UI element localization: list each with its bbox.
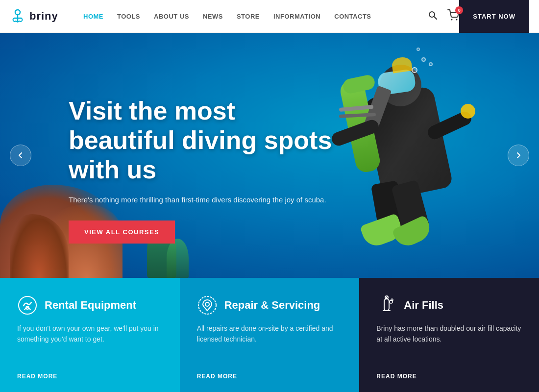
feature-repair-desc: All repairs are done on-site by a certif…	[197, 323, 343, 366]
feature-airfills-header: Air Fills	[376, 295, 522, 316]
seaweed-2	[167, 239, 189, 278]
start-now-button[interactable]: START NOW	[459, 0, 529, 33]
carousel-prev-button[interactable]	[10, 145, 31, 166]
feature-airfills-link[interactable]: READ MORE	[376, 373, 522, 380]
svg-point-7	[19, 296, 36, 314]
feature-airfills-desc: Briny has more than doubled our air fill…	[376, 323, 522, 366]
feature-repair-header: Repair & Servicing	[197, 295, 343, 316]
svg-point-14	[391, 299, 393, 301]
feature-repair-title: Repair & Servicing	[224, 299, 320, 312]
nav-home[interactable]: HOME	[83, 13, 103, 20]
svg-point-6	[456, 19, 458, 20]
chevron-left-icon	[17, 152, 24, 159]
search-icon	[428, 10, 438, 20]
svg-point-0	[15, 10, 20, 15]
svg-rect-11	[384, 299, 389, 311]
nav-tools[interactable]: TOOLS	[117, 13, 140, 20]
svg-line-4	[434, 17, 437, 19]
feature-repair: Repair & Servicing All repairs are done …	[180, 278, 360, 392]
feature-repair-link[interactable]: READ MORE	[197, 373, 343, 380]
hero-section: Visit the most beautiful diving spots wi…	[0, 33, 539, 278]
airfills-icon	[376, 295, 397, 316]
hero-cta-button[interactable]: VIEW ALL COURSES	[69, 220, 175, 244]
nav-links: HOME TOOLS ABOUT US NEWS STORE INFORMATI…	[83, 13, 428, 20]
logo-text: briny	[29, 10, 58, 23]
navbar: briny HOME TOOLS ABOUT US NEWS STORE INF…	[0, 0, 539, 33]
search-button[interactable]	[428, 10, 438, 23]
nav-store[interactable]: STORE	[237, 13, 260, 20]
feature-rental-desc: If you don't own your own gear, we'll pu…	[17, 323, 163, 366]
cart-button[interactable]: 0	[447, 9, 459, 24]
feature-airfills-title: Air Fills	[404, 299, 443, 312]
logo[interactable]: briny	[10, 8, 64, 24]
feature-rental-title: Rental Equipment	[45, 299, 136, 312]
hero-title: Visit the most beautiful diving spots wi…	[69, 97, 338, 184]
rental-icon	[17, 295, 38, 316]
feature-rental-link[interactable]: READ MORE	[17, 373, 163, 380]
feature-rental-header: Rental Equipment	[17, 295, 163, 316]
feature-rental: Rental Equipment If you don't own your o…	[0, 278, 180, 392]
chevron-right-icon	[515, 152, 522, 159]
nav-right: 0	[428, 9, 459, 24]
feature-airfills: Air Fills Briny has more than doubled ou…	[359, 278, 539, 392]
svg-point-9	[198, 296, 216, 314]
hero-subtitle: There's nothing more thrilling than firs…	[69, 194, 338, 206]
nav-about[interactable]: ABOUT US	[154, 13, 189, 20]
nav-contacts[interactable]: CONTACTS	[334, 13, 371, 20]
logo-icon	[10, 8, 25, 24]
features-section: Rental Equipment If you don't own your o…	[0, 278, 539, 392]
svg-point-5	[451, 19, 453, 20]
nav-news[interactable]: NEWS	[203, 13, 223, 20]
svg-point-10	[205, 302, 209, 306]
carousel-next-button[interactable]	[508, 145, 529, 166]
hero-content: Visit the most beautiful diving spots wi…	[69, 97, 338, 244]
nav-information[interactable]: INFORMATION	[273, 13, 320, 20]
repair-icon	[197, 295, 218, 316]
cart-badge: 0	[455, 6, 463, 14]
